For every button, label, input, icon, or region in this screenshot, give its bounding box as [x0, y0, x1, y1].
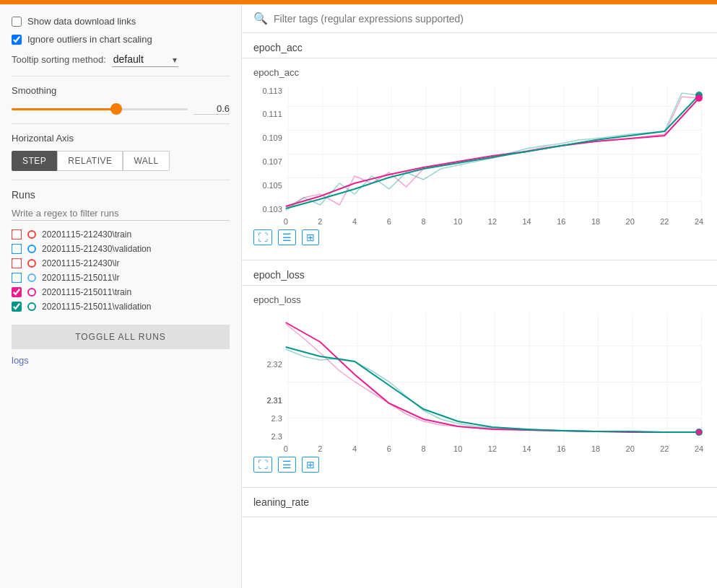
svg-text:12: 12 [488, 217, 497, 226]
run3-checkbox[interactable] [12, 258, 22, 268]
toggle-all-button[interactable]: TOGGLE ALL RUNS [12, 325, 230, 349]
epoch-acc-list-button[interactable]: ☰ [278, 229, 296, 245]
smoothing-value[interactable]: 0.6 [194, 103, 230, 115]
epoch-acc-chart-title: epoch_acc [253, 67, 705, 78]
svg-text:0.105: 0.105 [262, 181, 282, 190]
svg-text:12: 12 [488, 444, 497, 453]
haxis-wall-button[interactable]: WALL [123, 151, 169, 171]
svg-text:14: 14 [523, 444, 531, 453]
epoch-loss-expand-button[interactable]: ⛶ [253, 457, 272, 473]
svg-text:2.31: 2.31 [266, 396, 282, 405]
svg-text:0.111: 0.111 [262, 110, 282, 118]
leaning-rate-title: leaning_rate [242, 488, 717, 517]
svg-text:0.113: 0.113 [262, 87, 282, 95]
svg-rect-22 [286, 313, 702, 443]
svg-text:20: 20 [626, 217, 635, 226]
svg-text:6: 6 [387, 444, 391, 453]
run3-circle [27, 259, 36, 268]
epoch-acc-section-title: epoch_acc [242, 33, 717, 58]
smoothing-section: Smoothing 0.6 [12, 85, 230, 124]
epoch-loss-svg: 2.3 2.31 2.32 2.31 2.3 0 2 4 6 8 10 12 1… [253, 310, 705, 454]
run6-checkbox[interactable] [12, 302, 22, 312]
run3-label: 20201115-212430\lr [42, 258, 119, 268]
haxis-step-button[interactable]: STEP [12, 151, 57, 171]
svg-text:4: 4 [352, 217, 357, 226]
tooltip-row: Tooltip sorting method: default descendi… [12, 52, 230, 67]
run5-checkbox[interactable] [12, 287, 22, 297]
tooltip-select[interactable]: default descending ascending nearest [112, 52, 178, 67]
svg-text:6: 6 [387, 217, 391, 226]
run1-circle [27, 230, 36, 239]
svg-text:2.32: 2.32 [266, 360, 282, 369]
filter-tags-input[interactable] [274, 13, 705, 25]
run6-circle [27, 302, 36, 311]
svg-text:18: 18 [591, 217, 600, 226]
run4-label: 20201115-215011\lr [42, 273, 119, 283]
filter-bar: 🔍 [242, 4, 717, 33]
svg-text:0: 0 [284, 217, 288, 226]
epoch-loss-chart: 2.3 2.31 2.32 2.31 2.3 0 2 4 6 8 10 12 1… [253, 310, 705, 454]
search-icon: 🔍 [253, 12, 268, 25]
show-download-checkbox[interactable] [12, 17, 22, 27]
svg-text:8: 8 [421, 444, 425, 453]
haxis-buttons: STEP RELATIVE WALL [12, 151, 230, 171]
svg-text:2.3: 2.3 [271, 414, 282, 423]
list-item: 20201115-215011\validation [12, 302, 230, 312]
svg-text:2: 2 [318, 444, 322, 453]
epoch-acc-chart: 0.103 0.105 0.107 0.109 0.111 0.113 0 2 … [253, 82, 705, 227]
main-content: 🔍 epoch_acc epoch_acc [242, 4, 717, 588]
list-item: 20201115-212430\lr [12, 258, 230, 268]
svg-text:0.103: 0.103 [262, 205, 282, 214]
leaning-rate-section: leaning_rate [242, 488, 717, 517]
run5-label: 20201115-215011\train [42, 287, 131, 297]
epoch-acc-grid-button[interactable]: ⊞ [302, 229, 319, 245]
list-item: 20201115-212430\validation [12, 244, 230, 254]
run2-checkbox[interactable] [12, 244, 22, 254]
smoothing-slider[interactable] [12, 108, 188, 110]
runs-section: Runs 20201115-212430\train 20201115-2124… [12, 189, 230, 316]
smoothing-label: Smoothing [12, 85, 230, 96]
logs-link[interactable]: logs [12, 355, 230, 366]
epoch-loss-grid-button[interactable]: ⊞ [302, 457, 319, 473]
haxis-relative-button[interactable]: RELATIVE [57, 151, 123, 171]
epoch-acc-expand-button[interactable]: ⛶ [253, 229, 272, 245]
svg-text:20: 20 [626, 444, 635, 453]
svg-text:16: 16 [557, 444, 565, 453]
epoch-acc-chart-container: epoch_acc 0.103 0.105 0.107 [242, 58, 717, 260]
svg-text:14: 14 [523, 217, 531, 226]
epoch-loss-list-button[interactable]: ☰ [278, 457, 296, 473]
svg-text:22: 22 [660, 217, 669, 226]
svg-text:16: 16 [557, 217, 565, 226]
svg-text:0: 0 [284, 444, 288, 453]
epoch-loss-section: epoch_loss epoch_loss 2.3 2.31 [242, 260, 717, 488]
svg-text:0.107: 0.107 [262, 157, 282, 166]
run1-checkbox[interactable] [12, 229, 22, 240]
list-item: 20201115-212430\train [12, 229, 230, 240]
svg-text:2.3: 2.3 [271, 432, 282, 441]
ignore-outliers-checkbox[interactable] [12, 35, 22, 45]
show-download-row: Show data download links [12, 16, 230, 27]
run4-checkbox[interactable] [12, 273, 22, 283]
run2-label: 20201115-212430\validation [42, 244, 151, 254]
svg-text:18: 18 [591, 444, 600, 453]
runs-filter-input[interactable] [12, 206, 230, 221]
run2-circle [27, 245, 36, 253]
ignore-outliers-row: Ignore outliers in chart scaling [12, 34, 230, 45]
run1-label: 20201115-212430\train [42, 229, 131, 240]
epoch-acc-section: epoch_acc epoch_acc 0.103 0. [242, 33, 717, 260]
svg-text:24: 24 [695, 444, 703, 453]
svg-text:2: 2 [318, 217, 322, 226]
svg-rect-0 [286, 86, 702, 216]
epoch-acc-svg: 0.103 0.105 0.107 0.109 0.111 0.113 0 2 … [253, 82, 705, 227]
epoch-loss-section-title: epoch_loss [242, 260, 717, 286]
svg-text:22: 22 [660, 444, 669, 453]
run6-label: 20201115-215011\validation [42, 302, 151, 312]
svg-text:8: 8 [421, 217, 425, 226]
list-item: 20201115-215011\lr [12, 273, 230, 283]
epoch-loss-chart-actions: ⛶ ☰ ⊞ [253, 454, 705, 478]
runs-title: Runs [12, 189, 230, 201]
haxis-section: Horizontal Axis STEP RELATIVE WALL [12, 133, 230, 180]
ignore-outliers-label: Ignore outliers in chart scaling [27, 34, 152, 45]
svg-text:0.109: 0.109 [262, 133, 282, 142]
run5-circle [27, 288, 36, 297]
